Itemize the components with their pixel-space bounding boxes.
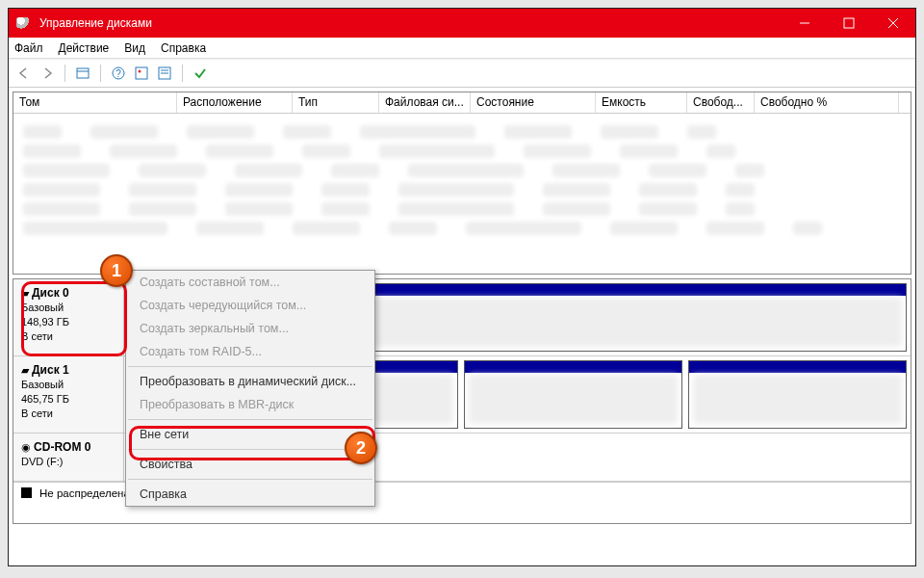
maximize-button[interactable] [827,9,871,38]
svg-rect-1 [844,18,854,28]
column-header[interactable]: Файловая си... [379,92,471,113]
context-menu-item: Создать том RAID-5... [126,340,374,363]
cdrom-icon: ◉ [21,441,31,453]
back-button[interactable] [14,64,34,83]
volume-table: ТомРасположениеТипФайловая си...Состояни… [13,92,911,275]
partition-1-2[interactable] [464,360,682,429]
close-button[interactable] [871,9,915,38]
menu-file[interactable]: Файл [14,41,43,55]
titlebar[interactable]: Управление дисками [9,9,915,38]
minimize-button[interactable] [783,9,827,38]
column-header[interactable]: Свободно % [755,92,899,113]
menu-help[interactable]: Справка [161,41,206,55]
help-icon[interactable]: ? [109,64,128,83]
menubar: Файл Действие Вид Справка [9,38,915,59]
context-menu-item[interactable]: Вне сети [126,423,374,446]
svg-text:?: ? [116,68,121,79]
menu-action[interactable]: Действие [59,41,110,55]
legend-unalloc-swatch [21,487,32,498]
svg-point-9 [139,70,141,73]
svg-rect-8 [136,67,147,79]
forward-button[interactable] [38,64,57,83]
column-header[interactable]: Расположение [177,92,293,113]
cdrom-label[interactable]: ◉ CD-ROM 0 DVD (F:) [13,434,124,481]
context-menu-item[interactable]: Преобразовать в динамический диск... [126,370,374,393]
disk-icon: ▰ [21,287,29,299]
context-menu: Создать составной том...Создать чередующ… [125,270,375,507]
legend-unalloc-label: Не распределена [39,487,130,499]
view-icon[interactable] [73,64,92,83]
context-menu-item: Создать составной том... [126,271,374,294]
window-title: Управление дисками [39,16,783,30]
column-header[interactable]: Том [13,92,177,113]
tool-icon-1[interactable] [132,64,151,83]
partition-1-3[interactable] [688,360,907,429]
column-header[interactable]: Емкость [596,92,687,113]
context-menu-item: Преобразовать в MBR-диск [126,393,374,416]
context-menu-item: Создать зеркальный том... [126,317,374,340]
disk-1-label[interactable]: ▰ Диск 1 Базовый 465,75 ГБ В сети [13,356,124,433]
check-icon[interactable] [191,64,210,83]
column-header[interactable]: Свобод... [687,92,755,113]
badge-1: 1 [100,254,133,287]
table-body-blurred [13,114,911,247]
disk-icon: ▰ [21,364,29,376]
context-menu-item[interactable]: Справка [126,483,374,506]
context-menu-item: Создать чередующийся том... [126,294,374,317]
tool-icon-2[interactable] [155,64,174,83]
toolbar: ? [9,59,915,88]
badge-2: 2 [345,432,377,464]
disk-0-label[interactable]: ▰ Диск 0 Базовый 148,93 ГБ В сети [13,279,124,355]
svg-rect-4 [77,68,89,78]
table-header: ТомРасположениеТипФайловая си...Состояни… [13,92,911,114]
context-menu-item[interactable]: Свойства [126,453,374,476]
column-header[interactable]: Тип [293,92,379,113]
app-icon [16,17,32,29]
menu-view[interactable]: Вид [124,41,145,55]
column-header[interactable]: Состояние [471,92,596,113]
